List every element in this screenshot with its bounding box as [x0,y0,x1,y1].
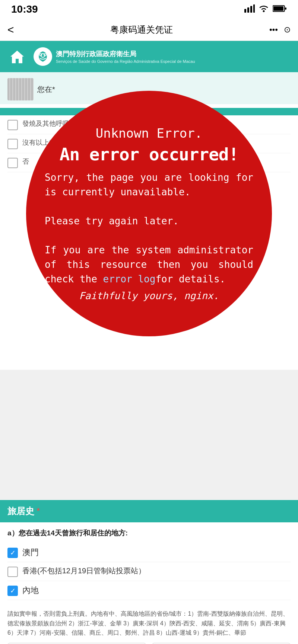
nav-actions: ••• ⊙ [269,25,291,35]
svg-marker-8 [10,51,24,63]
form-intro-text: 您在* [37,84,55,95]
nav-bar: < 粤康码通关凭证 ••• ⊙ [0,19,298,41]
nav-title: 粤康码通关凭证 [110,24,173,36]
header-title-pt: Serviços de Saúde do Governo da Região A… [56,59,195,64]
nav-camera-button[interactable]: ⊙ [284,25,291,35]
travel-section-header: 旅居史 * [0,500,298,522]
nav-more-button[interactable]: ••• [269,25,278,35]
symptom-checkbox-3[interactable] [7,158,18,168]
travel-label-mainland: 內地 [22,585,39,596]
travel-asterisk: * [37,506,40,516]
travel-option-hk: 香港(不包括12月19日管制站投票站） [7,562,291,581]
svg-point-4 [263,10,265,12]
battery-icon [273,5,287,14]
nav-back-button[interactable]: < [7,23,14,36]
error-overlay: Unknown Error. An error occurred! Sorry,… [26,91,272,336]
signal-icon [244,4,255,15]
error-title: Unknown Error. [96,126,203,141]
svg-rect-2 [250,6,252,13]
error-try-again-text: Please try again later. [45,215,179,227]
travel-body: a）您在過去14天曾旅行和居住的地方: 澳門 香港(不包括12月19日管制站投票… [0,522,298,644]
travel-option-mainland: 內地 [7,581,291,600]
travel-label-hk: 香港(不包括12月19日管制站投票站） [22,566,146,576]
error-sorry-text: Sorry, the page you are looking for is c… [45,172,253,198]
status-time: 10:39 [11,3,38,15]
error-heading: An error occurred! [60,144,239,164]
header-logo-area: 澳門特別行政區政府衛生局 Serviços de Saúde do Govern… [34,47,195,66]
symptom-label-3: 否 [22,157,29,166]
travel-note: 請如實申報，否則需負上刑責。內地有中、高風險地區的省份/城市：1）雲南-西雙版納… [7,605,291,638]
avatar-placeholder [7,78,34,100]
travel-checkbox-mainland[interactable] [7,586,18,596]
status-icons [244,4,287,15]
svg-rect-0 [244,9,246,13]
header-title-cn: 澳門特別行政區政府衛生局 [56,49,195,58]
travel-question-a: a）您在過去14天曾旅行和居住的地方: [7,528,291,538]
error-log-link[interactable]: error log [103,273,156,285]
health-bureau-logo [34,47,52,66]
error-body: Sorry, the page you are looking for is c… [45,170,253,286]
svg-rect-1 [247,7,249,13]
error-signature: Faithfully yours, nginx. [79,290,219,301]
header-banner: 澳門特別行政區政府衛生局 Serviços de Saúde do Govern… [0,41,298,72]
travel-checkbox-macau[interactable] [7,548,18,558]
status-bar: 10:39 [0,0,298,19]
home-icon[interactable] [6,45,28,68]
symptom-checkbox-2[interactable] [7,139,18,149]
travel-section: 旅居史 * a）您在過去14天曾旅行和居住的地方: 澳門 香港(不包括12月19… [0,500,298,644]
main-content: 您在* 發燒及其他呼吸道症 沒有以上症狀 否 Unknown Error. An… [0,72,298,370]
svg-rect-3 [253,4,255,13]
travel-checkbox-hk[interactable] [7,567,18,577]
travel-section-label: 旅居史 [7,505,34,517]
svg-rect-6 [285,7,286,10]
header-text: 澳門特別行政區政府衛生局 Serviços de Saúde do Govern… [56,49,195,64]
wifi-icon [259,4,269,15]
svg-rect-7 [273,6,283,11]
symptom-checkbox-1[interactable] [7,120,18,130]
travel-label-macau: 澳門 [22,547,39,558]
travel-option-macau: 澳門 [7,543,291,562]
error-for-details: for details. [155,273,225,285]
